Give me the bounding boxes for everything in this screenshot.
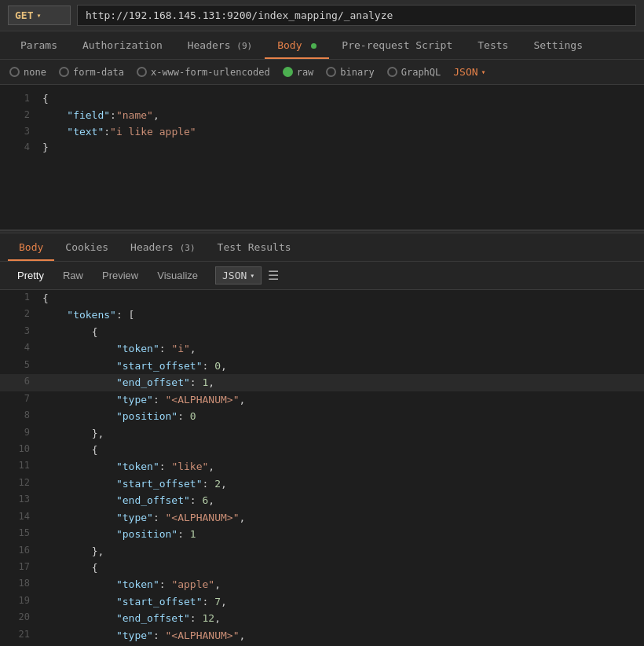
resp-line-16: 16 }, (0, 543, 644, 560)
label-none: none (24, 67, 46, 78)
resp-line-7: 7 "type": "<ALPHANUM>", (0, 391, 644, 408)
body-type-none[interactable]: none (9, 67, 46, 78)
request-tabs: Params Authorization Headers (9) Body Pr… (0, 31, 644, 60)
resp-line-11: 11 "token": "like", (0, 458, 644, 475)
url-input[interactable] (77, 5, 636, 26)
resp-line-19: 19 "start_offset": 7, (0, 593, 644, 610)
resp-line-10: 10 { (0, 442, 644, 458)
label-urlencoded: x-www-form-urlencoded (151, 67, 270, 78)
resp-line-18: 18 "token": "apple", (0, 576, 644, 593)
resp-line-13: 13 "end_offset": 6, (0, 492, 644, 508)
resp-line-12: 12 "start_offset": 2, (0, 475, 644, 492)
tab-params[interactable]: Params (8, 31, 70, 59)
filter-icon[interactable]: ☰ (268, 268, 279, 283)
radio-urlencoded (137, 67, 147, 77)
resp-tab-cookies[interactable]: Cookies (54, 233, 119, 261)
radio-none (9, 67, 20, 77)
resp-line-5: 5 "start_offset": 0, (0, 358, 644, 374)
format-pretty[interactable]: Pretty (9, 266, 52, 284)
resp-line-17: 17 { (0, 560, 644, 576)
radio-graphql (387, 67, 397, 77)
format-raw[interactable]: Raw (55, 266, 91, 284)
body-type-binary[interactable]: binary (326, 67, 374, 78)
resp-line-2: 2 "tokens": [ (0, 306, 644, 323)
body-type-urlencoded[interactable]: x-www-form-urlencoded (137, 67, 270, 78)
radio-raw (283, 67, 293, 77)
chevron-down-icon: ▾ (481, 68, 486, 76)
body-type-raw[interactable]: raw (283, 67, 314, 78)
tab-authorization[interactable]: Authorization (70, 31, 175, 59)
code-line-3: 3 "text":"i like apple" (0, 124, 644, 141)
resp-line-4: 4 "token": "i", (0, 340, 644, 357)
url-bar: GET ▾ (0, 0, 644, 31)
method-label: GET (15, 9, 33, 21)
label-graphql: GraphQL (401, 67, 441, 78)
label-raw: raw (297, 67, 314, 78)
tab-settings[interactable]: Settings (521, 31, 595, 59)
resp-line-1: 1 { (0, 290, 644, 306)
format-visualize[interactable]: Visualize (149, 266, 206, 284)
response-json-label: JSON (222, 270, 247, 281)
tab-tests[interactable]: Tests (465, 31, 521, 59)
format-bar: Pretty Raw Preview Visualize JSON ▾ ☰ (0, 262, 644, 290)
code-line-2: 2 "field":"name", (0, 108, 644, 124)
resp-line-3: 3 { (0, 324, 644, 340)
body-dot (311, 43, 317, 49)
label-form-data: form-data (73, 67, 124, 78)
body-type-form-data[interactable]: form-data (59, 67, 124, 78)
chevron-down-icon: ▾ (250, 271, 254, 280)
radio-form-data (59, 67, 69, 77)
resp-line-15: 15 "position": 1 (0, 526, 644, 542)
request-body-editor[interactable]: 1 { 2 "field":"name", 3 "text":"i like a… (0, 85, 644, 230)
code-line-1: 1 { (0, 91, 644, 108)
format-preview[interactable]: Preview (94, 266, 146, 284)
json-type-label: JSON (453, 66, 478, 78)
resp-line-14: 14 "type": "<ALPHANUM>", (0, 509, 644, 526)
resp-tab-body[interactable]: Body (8, 233, 54, 261)
method-dropdown[interactable]: GET ▾ (8, 6, 71, 25)
radio-binary (326, 67, 336, 77)
resp-line-6: 6 "end_offset": 1, (0, 374, 644, 391)
resp-tab-headers[interactable]: Headers (3) (119, 233, 207, 261)
resp-line-21: 21 "type": "<ALPHANUM>", (0, 627, 644, 644)
response-json-selector[interactable]: JSON ▾ (215, 266, 262, 284)
resp-tab-test-results[interactable]: Test Results (207, 233, 302, 261)
chevron-down-icon: ▾ (36, 11, 41, 20)
json-type-dropdown[interactable]: JSON ▾ (453, 66, 485, 78)
resp-line-9: 9 }, (0, 425, 644, 442)
resp-line-8: 8 "position": 0 (0, 408, 644, 424)
code-line-4: 4 } (0, 140, 644, 156)
body-type-selector: none form-data x-www-form-urlencoded raw… (0, 60, 644, 85)
resp-line-20: 20 "end_offset": 12, (0, 610, 644, 626)
tab-pre-request[interactable]: Pre-request Script (329, 31, 465, 59)
response-tabs: Body Cookies Headers (3) Test Results (0, 233, 644, 262)
tab-headers[interactable]: Headers (9) (175, 31, 265, 59)
response-body: 1 { 2 "tokens": [ 3 { 4 "token": "i", 5 … (0, 290, 644, 644)
label-binary: binary (340, 67, 374, 78)
tab-body[interactable]: Body (265, 31, 329, 59)
body-type-graphql[interactable]: GraphQL (387, 67, 441, 78)
